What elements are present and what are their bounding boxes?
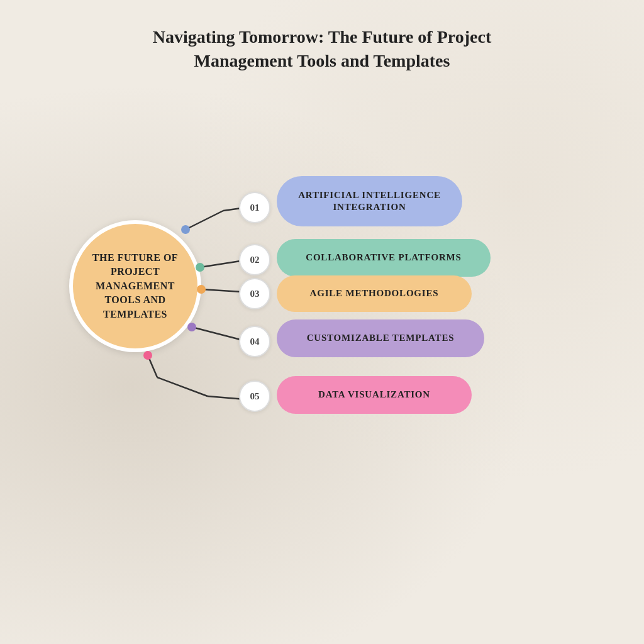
number-circle-5: 05 <box>239 380 270 412</box>
svg-line-4 <box>192 327 245 341</box>
connector-dot-3 <box>197 285 206 294</box>
connector-dot-2 <box>196 263 204 272</box>
center-circle: THE FUTURE OF PROJECT MANAGEMENT TOOLS A… <box>69 220 201 352</box>
diagram-container: THE FUTURE OF PROJECT MANAGEMENT TOOLS A… <box>31 113 629 610</box>
svg-line-6 <box>157 377 208 396</box>
item-pill-1: ARTIFICIAL INTELLIGENCE INTEGRATION <box>277 176 462 226</box>
number-circle-2: 02 <box>239 244 270 275</box>
connector-dot-1 <box>181 225 190 234</box>
number-circle-4: 04 <box>239 326 270 357</box>
item-pill-2: COLLABORATIVE PLATFORMS <box>277 239 491 277</box>
svg-line-0 <box>186 211 223 230</box>
item-label-3: AGILE METHODOLOGIES <box>310 287 439 300</box>
item-pill-3: AGILE METHODOLOGIES <box>277 275 472 312</box>
connector-dot-5 <box>143 351 152 360</box>
item-pill-5: DATA VISUALIZATION <box>277 376 472 414</box>
number-circle-3: 03 <box>239 278 270 309</box>
center-circle-text: THE FUTURE OF PROJECT MANAGEMENT TOOLS A… <box>73 245 197 328</box>
item-pill-4: CUSTOMIZABLE TEMPLATES <box>277 319 484 357</box>
item-label-4: CUSTOMIZABLE TEMPLATES <box>307 332 455 345</box>
page-title: Navigating Tomorrow: The Future of Proje… <box>108 25 536 73</box>
number-circle-1: 01 <box>239 192 270 223</box>
item-label-1: ARTIFICIAL INTELLIGENCE INTEGRATION <box>294 189 445 214</box>
connector-dot-4 <box>187 323 196 331</box>
item-label-2: COLLABORATIVE PLATFORMS <box>306 252 461 264</box>
item-label-5: DATA VISUALIZATION <box>318 389 430 401</box>
